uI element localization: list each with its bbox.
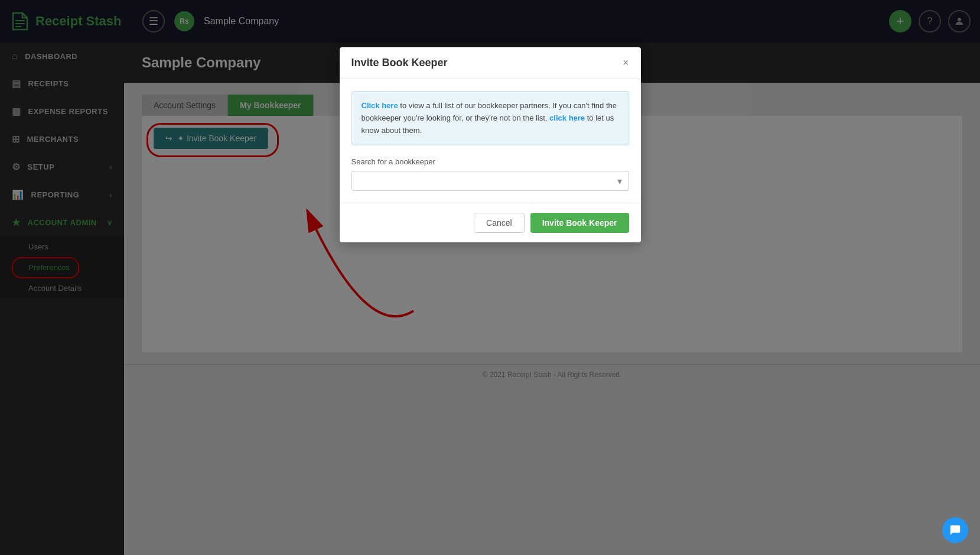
select-wrapper [351, 171, 629, 191]
bookkeeper-search-select[interactable] [351, 171, 629, 191]
modal-footer: Cancel Invite Book Keeper [340, 203, 641, 242]
modal-close-button[interactable]: × [623, 57, 629, 69]
search-label: Search for a bookkeeper [351, 157, 629, 166]
info-link-2[interactable]: click here [549, 113, 585, 122]
modal-title: Invite Book Keeper [351, 57, 448, 69]
modal-overlay[interactable]: Invite Book Keeper × Click here to view … [0, 0, 980, 555]
modal-info-box: Click here to view a full list of our bo… [351, 91, 629, 145]
chat-button[interactable] [942, 517, 968, 543]
modal-body: Click here to view a full list of our bo… [340, 79, 641, 203]
modal-dialog: Invite Book Keeper × Click here to view … [340, 47, 641, 242]
cancel-button[interactable]: Cancel [474, 213, 525, 233]
modal-header: Invite Book Keeper × [340, 47, 641, 79]
modal-invite-button[interactable]: Invite Book Keeper [530, 213, 629, 233]
info-link-1[interactable]: Click here [362, 101, 398, 110]
